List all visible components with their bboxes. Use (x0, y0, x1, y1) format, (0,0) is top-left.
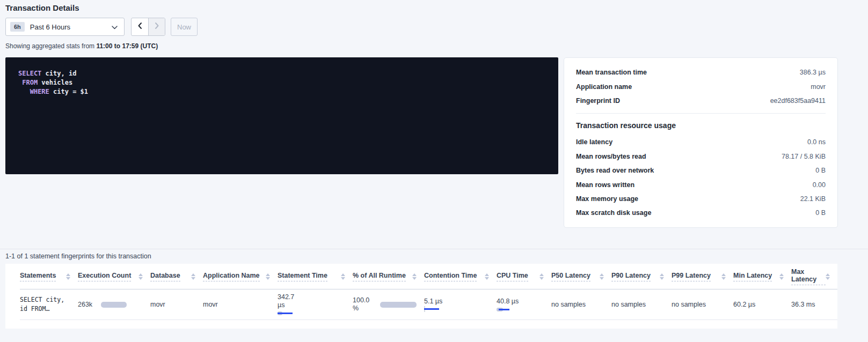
contention-time-cell: 5.1 µs (424, 298, 497, 311)
sort-arrows-icon[interactable] (779, 273, 784, 280)
max-latency-cell: 36.3 ms (791, 301, 837, 308)
percent-of-all-runtime-value: 100.0 % (353, 296, 374, 313)
column-label[interactable]: Contention Time (424, 272, 477, 281)
resource-value: 22.1 KiB (800, 195, 826, 203)
summary-row-mean-transaction-time: Mean transaction time 386.3 µs (576, 65, 826, 79)
next-time-button[interactable] (148, 18, 165, 35)
column-label[interactable]: P90 Latency (611, 272, 651, 281)
time-nav-group (131, 18, 165, 36)
column-header-application-name[interactable]: Application Name (203, 272, 278, 281)
resource-value: 0.0 ns (807, 138, 826, 146)
summary-row-fingerprint-id: Fingerprint ID ee2df683f5aa9411 (576, 94, 826, 108)
resource-value: 0.00 (813, 181, 826, 189)
summary-label: Application name (576, 83, 632, 91)
sort-arrows-icon[interactable] (412, 273, 417, 280)
column-header-cpu-time[interactable]: CPU Time (497, 272, 551, 281)
column-label[interactable]: % of All Runtime (353, 272, 406, 281)
column-header-min-latency[interactable]: Min Latency (733, 272, 791, 281)
column-label[interactable]: P99 Latency (672, 272, 711, 281)
resource-label: Bytes read over network (576, 167, 654, 174)
cpu-time-cell: 40.8 µs (497, 298, 551, 312)
statement-time-cell: 342.7 µs (278, 293, 353, 316)
time-range-label: Past 6 Hours (30, 23, 112, 31)
database-cell: movr (150, 301, 203, 308)
resource-label: Idle latency (576, 138, 612, 146)
time-range-badge: 6h (10, 22, 25, 32)
resource-label: Mean rows written (576, 181, 634, 189)
resource-value: 0 B (815, 209, 826, 217)
sort-arrows-icon[interactable] (826, 273, 830, 280)
p50-latency-cell: no samples (551, 301, 611, 308)
column-header-percent-of-all-runtime[interactable]: % of All Runtime (353, 272, 424, 281)
sql-text: city, id (41, 70, 76, 77)
execution-count-bar (101, 302, 127, 308)
summary-divider (576, 113, 826, 114)
column-label[interactable]: Statements (20, 272, 56, 281)
column-label[interactable]: Database (150, 272, 180, 281)
column-header-max-latency[interactable]: Max Latency (791, 268, 837, 285)
column-header-statements[interactable]: Statements (20, 272, 78, 281)
sort-arrows-icon[interactable] (660, 273, 664, 280)
column-header-contention-time[interactable]: Contention Time (424, 272, 497, 281)
resource-label: Mean rows/bytes read (576, 153, 646, 160)
sort-arrows-icon[interactable] (266, 273, 270, 280)
sort-arrows-icon[interactable] (341, 273, 345, 280)
column-label[interactable]: Execution Count (78, 272, 131, 281)
column-header-p99-latency[interactable]: P99 Latency (672, 272, 733, 281)
statement-time-bar (278, 311, 304, 316)
sort-arrows-icon[interactable] (539, 273, 544, 280)
resource-value: 78.17 / 5.8 KiB (782, 153, 826, 160)
column-header-p90-latency[interactable]: P90 Latency (611, 272, 672, 281)
statement-row: SELECT city, id FROM… 263k movr movr 342… (20, 289, 837, 320)
sql-text: city = $1 (49, 88, 88, 95)
time-range-dropdown[interactable]: 6h Past 6 Hours (5, 18, 125, 36)
page-title: Transaction Details (5, 3, 79, 12)
statement-fingerprint-link[interactable]: SELECT city, id FROM… (20, 295, 78, 314)
chevron-left-icon (137, 22, 142, 32)
sort-arrows-icon[interactable] (485, 273, 489, 280)
resource-label: Max scratch disk usage (576, 209, 651, 217)
column-header-database[interactable]: Database (150, 272, 203, 281)
prev-time-button[interactable] (132, 18, 148, 35)
statements-table-header: Statements Execution Count Database Appl… (20, 264, 837, 289)
sort-arrows-icon[interactable] (600, 273, 604, 280)
column-header-execution-count[interactable]: Execution Count (78, 272, 150, 281)
resource-row-bytes-read-over-network: Bytes read over network 0 B (576, 163, 826, 177)
resource-row-max-memory-usage: Max memory usage 22.1 KiB (576, 192, 826, 206)
resource-row-mean-rows-bytes-read: Mean rows/bytes read 78.17 / 5.8 KiB (576, 150, 826, 163)
column-label[interactable]: Application Name (203, 272, 260, 281)
sort-arrows-icon[interactable] (138, 273, 143, 280)
now-button[interactable]: Now (171, 18, 198, 36)
statement-text-line1[interactable]: SELECT city, (20, 295, 70, 304)
transaction-summary-card: Mean transaction time 386.3 µs Applicati… (564, 57, 838, 228)
statements-table-caption: 1-1 of 1 statement fingerprints for this… (5, 252, 151, 260)
column-label[interactable]: Max Latency (791, 268, 826, 285)
column-label[interactable]: Min Latency (733, 272, 772, 281)
cpu-time-bar (497, 307, 518, 312)
column-header-statement-time[interactable]: Statement Time (278, 272, 353, 281)
sql-line: SELECT city, id FROM vehicles WHERE city… (18, 70, 88, 95)
column-header-p50-latency[interactable]: P50 Latency (551, 272, 611, 281)
percent-of-all-runtime-cell: 100.0 % (353, 296, 424, 313)
sort-arrows-icon[interactable] (66, 273, 70, 280)
sql-indent (18, 88, 30, 95)
sort-arrows-icon[interactable] (191, 273, 195, 280)
chevron-down-icon (112, 22, 118, 32)
contention-time-value: 5.1 µs (424, 298, 489, 305)
column-label[interactable]: P50 Latency (551, 272, 590, 281)
summary-row-application-name: Application name movr (576, 79, 826, 93)
transaction-details-page: Transaction Details 6h Past 6 Hours Now (0, 0, 868, 342)
p99-latency-cell: no samples (672, 301, 733, 308)
column-label[interactable]: CPU Time (497, 272, 528, 281)
sort-arrows-icon[interactable] (721, 273, 726, 280)
summary-label: Fingerprint ID (576, 97, 620, 105)
summary-value: movr (811, 83, 826, 91)
summary-label: Mean transaction time (576, 69, 647, 76)
column-label[interactable]: Statement Time (278, 272, 327, 281)
resource-row-mean-rows-written: Mean rows written 0.00 (576, 177, 826, 191)
aggregation-range-text: Showing aggregated stats from 11:00 to 1… (5, 42, 158, 50)
min-latency-cell: 60.2 µs (733, 301, 791, 308)
statement-text-line2[interactable]: id FROM… (20, 304, 70, 314)
chevron-right-icon (155, 22, 159, 32)
execution-count-value: 263k (78, 301, 92, 308)
